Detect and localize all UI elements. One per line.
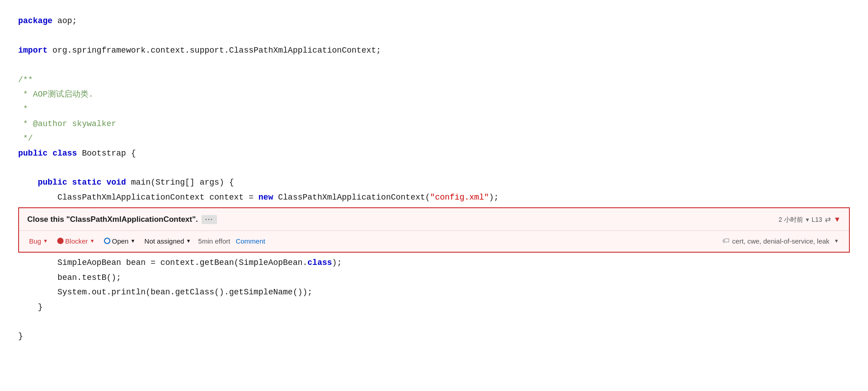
annotation-panel: Close this "ClassPathXmlApplicationConte… (18, 207, 850, 253)
tag-icon: 🏷 (722, 235, 730, 248)
annotation-more-button[interactable]: ··· (202, 215, 217, 224)
effort-text: 5min effort (198, 235, 231, 247)
code-line-javadoc2: * AOP测试启动类. (18, 87, 850, 102)
open-circle-icon (104, 238, 110, 244)
code-line-javadoc5: */ (18, 131, 850, 146)
blocker-button[interactable]: Blocker ▼ (55, 236, 97, 246)
tags-chevron-button[interactable]: ▼ (832, 237, 841, 244)
code-line-method: public static void main(String[] args) { (18, 175, 850, 190)
open-label: Open (112, 237, 129, 245)
code-line-blank1 (18, 28, 850, 43)
tags-text: cert, cwe, denial-of-service, leak (732, 235, 829, 247)
annotation-actions-row: Bug ▼ Blocker ▼ Open ▼ Not assigned (19, 231, 849, 252)
code-line-bean3: System.out.println(bean.getClass().getSi… (18, 285, 850, 299)
code-line-close1: } (18, 300, 850, 314)
annotation-title-row: Close this "ClassPathXmlApplicationConte… (19, 208, 849, 231)
meta-separator1: ▾ (806, 214, 809, 225)
not-assigned-label: Not assigned (144, 237, 184, 245)
code-line-blank2 (18, 58, 850, 72)
comment-button[interactable]: Comment (236, 237, 265, 245)
bug-chevron: ▼ (43, 238, 48, 244)
code-container: package aop; import org.springframework.… (0, 0, 868, 357)
annotation-line-ref: L13 (812, 214, 822, 225)
annotation-sync-icon[interactable]: ⇄ (825, 213, 831, 226)
code-line-javadoc1: /** (18, 73, 850, 87)
annotation-title-text: Close this "ClassPathXmlApplicationConte… (27, 213, 198, 227)
code-line-javadoc4: * @author skywalker (18, 117, 850, 131)
not-assigned-chevron: ▼ (186, 238, 191, 244)
blocker-label: Blocker (65, 237, 88, 245)
code-line-import: import org.springframework.context.suppo… (18, 43, 850, 58)
annotation-actions-right: 🏷 cert, cwe, denial-of-service, leak ▼ (722, 235, 841, 248)
annotation-title: Close this "ClassPathXmlApplicationConte… (27, 213, 217, 227)
bug-button[interactable]: Bug ▼ (27, 236, 50, 246)
code-line-class: public class Bootstrap { (18, 146, 850, 161)
code-line-blank3 (18, 161, 850, 175)
blocker-chevron: ▼ (90, 238, 95, 244)
code-line-close2: } (18, 329, 850, 343)
code-line-ctx: ClassPathXmlApplicationContext context =… (18, 190, 850, 205)
blocker-dot-icon (57, 238, 64, 244)
code-line-package: package aop; (18, 14, 850, 28)
open-button[interactable]: Open ▼ (102, 236, 138, 246)
code-line-bean1: SimpleAopBean bean = context.getBean(Sim… (18, 255, 850, 270)
annotation-filter-icon[interactable]: ▼ (833, 213, 841, 226)
code-line-bean2: bean.testB(); (18, 270, 850, 285)
code-line-blank4 (18, 314, 850, 329)
annotation-meta: 2 小时前 ▾ L13 ⇄ ▼ (779, 213, 841, 226)
annotation-actions-left: Bug ▼ Blocker ▼ Open ▼ Not assigned (27, 235, 265, 247)
annotation-timestamp: 2 小时前 (779, 214, 803, 225)
not-assigned-button[interactable]: Not assigned ▼ (143, 236, 192, 246)
bug-label: Bug (29, 237, 41, 245)
open-chevron: ▼ (130, 238, 135, 244)
code-line-javadoc3: * (18, 102, 850, 116)
